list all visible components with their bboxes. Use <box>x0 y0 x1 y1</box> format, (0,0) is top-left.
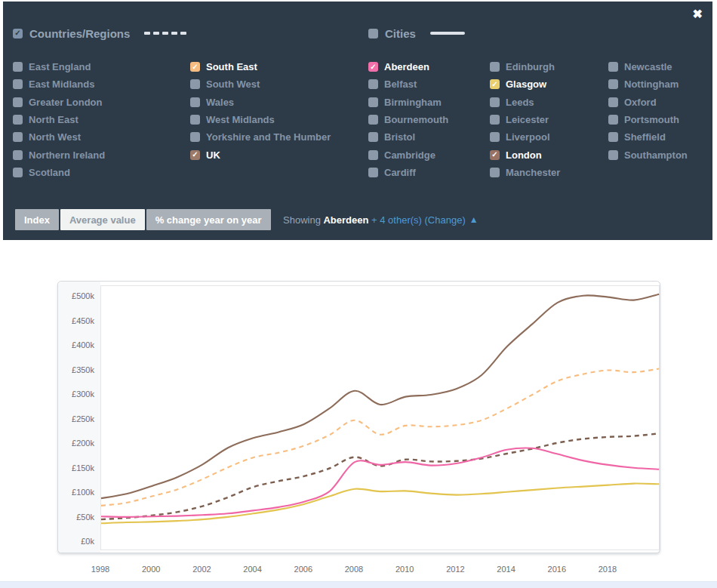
list-item-newcastle[interactable]: Newcastle <box>608 58 672 75</box>
newcastle-checkbox[interactable] <box>608 62 618 72</box>
liverpool-checkbox[interactable] <box>490 132 500 142</box>
sheffield-checkbox[interactable] <box>608 132 618 142</box>
y-tick-label: £350k <box>58 365 94 374</box>
x-tick-label: 2012 <box>440 565 470 574</box>
bournemouth-checkbox[interactable] <box>368 115 378 125</box>
y-tick-label: £200k <box>58 439 94 448</box>
greater-london-checkbox[interactable] <box>13 97 23 107</box>
change-selection-link[interactable]: + 4 other(s) (Change) <box>368 214 465 226</box>
item-label: Newcastle <box>624 61 672 72</box>
portsmouth-checkbox[interactable] <box>608 115 618 125</box>
item-label: Scotland <box>29 167 70 178</box>
item-label: Portsmouth <box>624 114 679 125</box>
nottingham-checkbox[interactable] <box>608 79 618 89</box>
list-item-north-east[interactable]: North East <box>13 111 78 128</box>
list-item-portsmouth[interactable]: Portsmouth <box>608 111 679 128</box>
cardiff-checkbox[interactable] <box>368 168 378 177</box>
chart-card: £500k£450k£400k£350k£300k£250k£200k£150k… <box>57 281 660 553</box>
item-label: Birmingham <box>384 97 442 108</box>
manchester-checkbox[interactable] <box>490 168 500 177</box>
list-item-greater-london[interactable]: Greater London <box>13 94 103 111</box>
y-tick-label: £50k <box>58 513 94 522</box>
aberdeen-checkbox[interactable]: ✓ <box>368 62 378 72</box>
yorkshire-and-the-humber-checkbox[interactable] <box>190 132 200 142</box>
uk-checkbox[interactable]: ✓ <box>190 150 200 160</box>
bristol-checkbox[interactable] <box>368 132 378 142</box>
close-icon[interactable]: ✖ <box>693 8 703 20</box>
south-west-checkbox[interactable] <box>190 79 200 89</box>
east-england-checkbox[interactable] <box>13 62 23 72</box>
oxford-checkbox[interactable] <box>608 97 618 107</box>
item-label: Manchester <box>506 167 560 178</box>
wales-checkbox[interactable] <box>190 97 200 107</box>
leicester-checkbox[interactable] <box>490 115 500 125</box>
filter-panel: ✖ ✓ Countries/Regions Cities East Englan… <box>3 2 712 240</box>
list-item-scotland[interactable]: Scotland <box>13 164 70 181</box>
dashed-line-legend-icon <box>144 32 186 35</box>
list-item-cardiff[interactable]: Cardiff <box>368 164 416 181</box>
y-tick-label: £0k <box>58 537 94 546</box>
west-midlands-checkbox[interactable] <box>190 115 200 125</box>
list-item-south-east[interactable]: ✓South East <box>190 58 257 75</box>
showing-status: Showing Aberdeen + 4 other(s) (Change) ▲ <box>283 209 479 230</box>
list-item-cambridge[interactable]: Cambridge <box>368 146 435 164</box>
item-label: Cardiff <box>384 167 416 178</box>
list-item-liverpool[interactable]: Liverpool <box>490 128 550 146</box>
edinburgh-checkbox[interactable] <box>490 62 500 72</box>
x-tick-label: 2004 <box>238 565 268 574</box>
list-item-east-midlands[interactable]: East Midlands <box>13 75 94 93</box>
list-item-leicester[interactable]: Leicester <box>490 111 549 128</box>
x-tick-label: 2002 <box>186 565 217 574</box>
item-label: North West <box>29 131 81 143</box>
item-label: Bristol <box>384 131 415 143</box>
list-item-manchester[interactable]: Manchester <box>490 164 560 181</box>
list-item-southampton[interactable]: Southampton <box>608 146 688 164</box>
solid-line-legend-icon <box>430 32 465 35</box>
countries-regions-checkbox[interactable]: ✓ <box>13 29 23 38</box>
cities-group-header: Cities <box>368 27 465 39</box>
list-item-leeds[interactable]: Leeds <box>490 94 534 111</box>
list-item-south-west[interactable]: South West <box>190 75 260 93</box>
item-label: Leeds <box>506 97 534 108</box>
list-item-aberdeen[interactable]: ✓Aberdeen <box>368 58 429 75</box>
list-item-west-midlands[interactable]: West Midlands <box>190 111 275 128</box>
southampton-checkbox[interactable] <box>608 150 618 160</box>
list-item-oxford[interactable]: Oxford <box>608 94 657 111</box>
list-item-northern-ireland[interactable]: Northern Ireland <box>13 146 105 164</box>
list-item-wales[interactable]: Wales <box>190 94 234 111</box>
list-item-birmingham[interactable]: Birmingham <box>368 94 442 111</box>
birmingham-checkbox[interactable] <box>368 97 378 107</box>
list-item-bristol[interactable]: Bristol <box>368 128 415 146</box>
item-label: Glasgow <box>506 79 546 90</box>
tab-average-value[interactable]: Average value <box>60 209 145 230</box>
list-item-nottingham[interactable]: Nottingham <box>608 75 679 93</box>
collapse-arrow-icon[interactable]: ▲ <box>469 214 479 225</box>
leeds-checkbox[interactable] <box>490 97 500 107</box>
scotland-checkbox[interactable] <box>13 168 23 177</box>
glasgow-checkbox[interactable]: ✓ <box>490 79 500 89</box>
list-item-north-west[interactable]: North West <box>13 128 81 146</box>
north-east-checkbox[interactable] <box>13 115 23 125</box>
tab-index[interactable]: Index <box>15 209 59 230</box>
check-icon: ✓ <box>368 62 378 72</box>
list-item-glasgow[interactable]: ✓Glasgow <box>490 75 546 93</box>
tab--change-year-on-year[interactable]: % change year on year <box>146 209 271 230</box>
list-item-belfast[interactable]: Belfast <box>368 75 417 93</box>
northern-ireland-checkbox[interactable] <box>13 150 23 160</box>
list-item-edinburgh[interactable]: Edinburgh <box>490 58 555 75</box>
london-checkbox[interactable]: ✓ <box>490 150 500 160</box>
south-east-checkbox[interactable]: ✓ <box>190 62 200 72</box>
list-item-yorkshire-and-the-humber[interactable]: Yorkshire and The Humber <box>190 128 331 146</box>
list-item-sheffield[interactable]: Sheffield <box>608 128 666 146</box>
item-label: London <box>506 149 542 161</box>
list-item-uk[interactable]: ✓UK <box>190 146 220 164</box>
belfast-checkbox[interactable] <box>368 79 378 89</box>
east-midlands-checkbox[interactable] <box>13 79 23 89</box>
list-item-east-england[interactable]: East England <box>13 58 91 75</box>
list-item-london[interactable]: ✓London <box>490 146 542 164</box>
cambridge-checkbox[interactable] <box>368 150 378 160</box>
x-tick-label: 2016 <box>542 565 572 574</box>
list-item-bournemouth[interactable]: Bournemouth <box>368 111 448 128</box>
cities-checkbox[interactable] <box>368 29 378 38</box>
north-west-checkbox[interactable] <box>13 132 23 142</box>
